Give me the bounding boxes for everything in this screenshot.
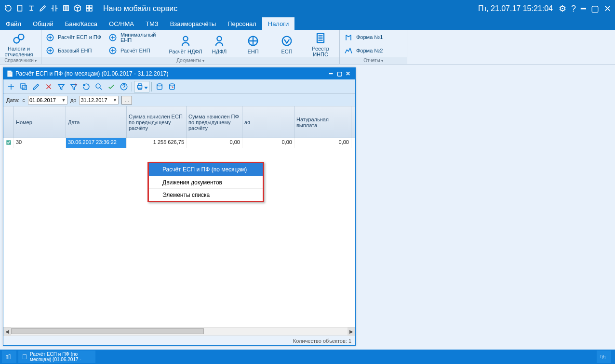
rb-form1[interactable]: Форма №1 [342,31,405,44]
grid-col-5[interactable]: ая [242,106,294,138]
print-context-menu: Расчёт ЕСП и ПФ (по месяцам) Движения до… [147,162,264,202]
date-from-input[interactable] [28,96,60,104]
rb-ndfl[interactable]: НДФЛ [202,31,236,57]
taskbar-doc-button[interactable]: Расчёт ЕСП и ПФ (по месяцам) (01.06.2017… [18,351,95,363]
svg-point-8 [18,34,24,39]
date-from-dropdown-icon[interactable]: ▼ [60,98,67,103]
cm-item-movements[interactable]: Движения документов [149,176,263,188]
edit-icon[interactable] [30,81,42,92]
refresh-icon[interactable] [80,81,92,92]
horizontal-scrollbar[interactable]: ◀ ▶ [3,327,355,336]
rb-enp[interactable]: ЕНП [236,31,270,57]
doc-minimize-icon[interactable]: ━ [326,70,335,77]
menu-staff[interactable]: Персонал [222,17,262,30]
scroll-left-icon[interactable]: ◀ [3,327,11,336]
filter-label-date: Дата: [6,97,19,103]
menu-tmz[interactable]: ТМЗ [140,17,164,30]
filter-icon[interactable] [55,81,67,92]
svg-point-16 [282,36,292,45]
taskbar-home-icon[interactable] [2,351,16,363]
doc-filter-bar: Дата: с ▼ до ▼ … [3,94,355,106]
rb-calc-enp[interactable]: Расчёт ЕНП [106,44,169,58]
copy-icon[interactable] [18,81,29,92]
date-to-dropdown-icon[interactable]: ▼ [111,98,118,103]
columns-icon[interactable] [62,4,70,14]
db1-icon[interactable] [154,81,165,92]
rb-base-enp[interactable]: Базовый ЕНП [43,44,106,58]
doc-close-icon[interactable]: ✕ [344,70,352,77]
svg-rect-22 [138,85,142,88]
menu-file[interactable]: Файл [0,17,27,30]
gear-icon[interactable]: ⚙ [559,3,566,14]
doc-toolbar [3,79,355,94]
check-icon[interactable] [106,81,117,92]
svg-rect-28 [6,356,8,359]
svg-point-25 [157,84,162,86]
svg-point-26 [170,84,175,86]
date-picker-button[interactable]: … [121,96,132,104]
rb-min-enp[interactable]: Минимальный ЕНП [106,31,169,44]
search-icon[interactable] [93,81,105,92]
minimize-icon[interactable]: ━ [581,3,586,14]
document-window: 📄 Расчёт ЕСП и ПФ (по месяцам) (01.06.20… [3,67,356,346]
grid-col-icon[interactable] [3,106,14,138]
grid-col-sum-pf[interactable]: Сумма начислен ПФ по предыдущему расчёту [187,106,242,138]
date-to-input[interactable] [80,96,111,104]
rb-calc-ndfl[interactable]: Расчёт НДФЛ [169,31,202,57]
svg-rect-6 [90,8,92,11]
svg-rect-18 [22,85,27,90]
svg-rect-5 [86,8,89,11]
menu-settlements[interactable]: Взаиморасчёты [164,17,222,30]
grid-col-number[interactable]: Номер [14,106,66,138]
bracket-icon[interactable] [50,4,59,14]
menu-common[interactable]: Общий [27,17,59,30]
ribbon-group-label-3[interactable]: Отчеты [340,57,407,64]
close-icon[interactable]: ✕ [604,3,611,14]
cell-sum-pf: 0,00 [187,138,242,148]
book-icon[interactable] [15,4,24,14]
doc-titlebar: 📄 Расчёт ЕСП и ПФ (по месяцам) (01.06.20… [3,68,355,79]
cell-number: 30 [14,138,66,148]
doc-maximize-icon[interactable]: ▢ [335,70,344,77]
ribbon-group-label-2[interactable]: Документы [41,57,339,64]
rb-form2[interactable]: Форма №2 [342,44,405,58]
add-icon[interactable] [5,81,17,92]
grid-header: Номер Дата Сумма начислен ЕСП по предыду… [3,106,355,138]
cell-date: 30.06.2017 23:36:22 [66,138,127,148]
pencil-icon[interactable] [39,4,47,14]
grid-col-natural[interactable]: Натуральная выплата [294,106,351,138]
svg-point-13 [183,36,187,40]
grid-col-sum-esp[interactable]: Сумма начислен ЕСП по предыдущему расчёт… [127,106,187,138]
refresh-icon[interactable] [4,4,13,14]
svg-rect-24 [138,88,141,90]
table-row[interactable]: 30 30.06.2017 23:36:22 1 255 626,75 0,00… [3,138,355,148]
grid-col-date[interactable]: Дата [66,106,127,138]
taskbar-windows-icon[interactable] [597,351,611,363]
filter-clear-icon[interactable] [68,81,80,92]
ribbon-group-label-1[interactable]: Справочники [0,57,41,64]
scroll-right-icon[interactable]: ▶ [348,327,355,336]
help-icon[interactable]: ? [571,4,576,14]
maximize-icon[interactable]: ▢ [591,3,599,14]
scroll-thumb[interactable] [11,328,204,334]
cell-5: 0,00 [242,138,294,148]
rb-esp[interactable]: ЕСП [270,31,304,57]
menu-os[interactable]: ОС/НМА [103,17,140,30]
menu-bank[interactable]: Банк/Касса [59,17,103,30]
delete-icon[interactable] [43,81,54,92]
help-toolbar-icon[interactable] [118,81,130,92]
doc-icon: 📄 [6,70,13,77]
cm-item-calc-esp-pf[interactable]: Расчёт ЕСП и ПФ (по месяцам) [149,163,263,176]
rb-esp-pf[interactable]: Расчёт ЕСП и ПФ [43,31,106,44]
db2-icon[interactable] [166,81,178,92]
menu-taxes[interactable]: Налоги [262,17,295,30]
svg-rect-2 [67,5,68,11]
rb-inps[interactable]: Реестр ИНПС [304,31,337,57]
svg-rect-3 [86,5,89,8]
cube-icon[interactable] [73,4,82,14]
text-icon[interactable] [27,4,36,14]
rb-taxes-deductions[interactable]: Налоги и отчисления [2,31,36,57]
grid-icon[interactable] [85,4,94,14]
print-icon[interactable] [134,81,149,92]
cm-item-list-elements[interactable]: Элементы списка [149,188,263,201]
